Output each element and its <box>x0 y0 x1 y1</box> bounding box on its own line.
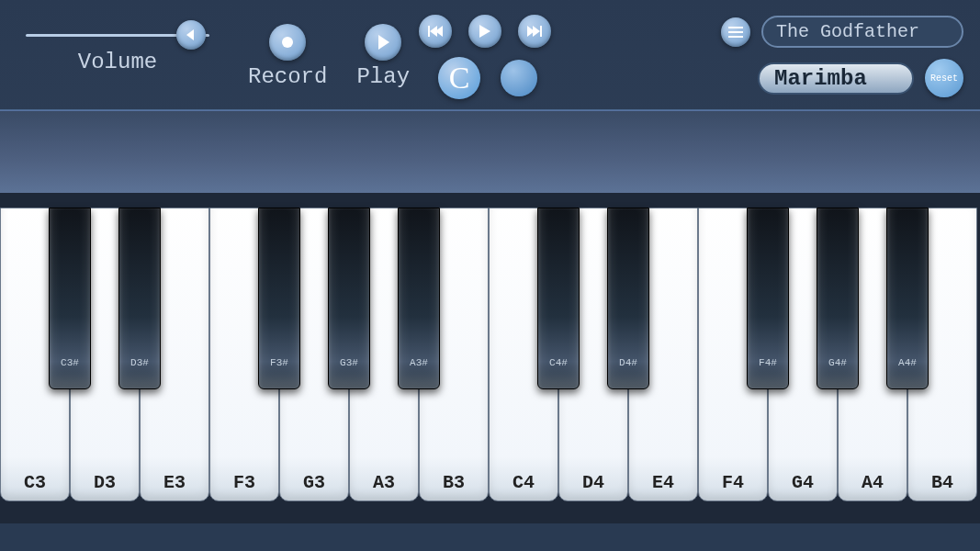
black-key-C3#[interactable]: C3# <box>49 208 91 389</box>
svg-marker-2 <box>378 35 389 50</box>
play-control: Play <box>356 24 410 89</box>
key-label: F3# <box>270 357 288 368</box>
song-list-button[interactable] <box>721 17 750 47</box>
transport-play-button[interactable] <box>468 15 501 48</box>
key-label: F3 <box>233 472 255 493</box>
black-key-C4#[interactable]: C4# <box>537 208 580 389</box>
key-label: D3 <box>94 472 116 493</box>
skip-forward-button[interactable] <box>518 15 551 48</box>
keyboard: C3D3E3F3G3A3B3C4D4E4F4G4A4B4 C3#D3#F3#G3… <box>0 193 980 523</box>
volume-knob[interactable] <box>176 20 206 50</box>
black-key-G3#[interactable]: G3# <box>328 208 370 389</box>
key-label: C4# <box>549 357 568 368</box>
volume-label: Volume <box>78 50 157 74</box>
svg-point-1 <box>282 37 293 48</box>
key-label: F4# <box>759 357 777 368</box>
key-label: A3 <box>373 472 395 493</box>
key-label: G4 <box>792 472 814 493</box>
svg-rect-3 <box>428 26 430 37</box>
key-label: D4 <box>582 472 604 493</box>
volume-control: Volume <box>17 24 219 74</box>
play-label: Play <box>356 64 410 89</box>
key-label: B3 <box>443 472 465 493</box>
black-key-A4#[interactable]: A4# <box>886 208 929 389</box>
volume-slider[interactable] <box>26 24 209 46</box>
svg-marker-8 <box>533 26 540 37</box>
key-label: C3 <box>24 472 46 493</box>
key-label: E3 <box>163 472 186 493</box>
svg-marker-6 <box>479 25 490 38</box>
black-key-D4#[interactable]: D4# <box>607 208 649 389</box>
play-button[interactable] <box>365 24 401 61</box>
black-key-A3#[interactable]: A3# <box>398 208 440 389</box>
toolbar: Volume Record Play <box>0 0 980 110</box>
black-key-F3#[interactable]: F3# <box>258 208 300 389</box>
current-note-display: C <box>438 57 480 99</box>
instrument-selector[interactable]: Marimba <box>758 62 914 95</box>
key-label: G4# <box>828 357 847 368</box>
key-label: G3 <box>303 472 325 493</box>
svg-rect-9 <box>540 26 542 37</box>
key-label: B4 <box>931 472 953 493</box>
reset-button[interactable]: Reset <box>925 59 963 97</box>
song-name-field[interactable]: The Godfather <box>761 16 963 48</box>
key-label: F4 <box>722 472 744 493</box>
key-label: A4 <box>862 472 884 493</box>
black-key-G4#[interactable]: G4# <box>817 208 859 389</box>
svg-marker-0 <box>186 29 194 40</box>
key-label: G3# <box>340 357 358 368</box>
indicator-button[interactable] <box>501 60 537 96</box>
record-control: Record <box>248 24 327 89</box>
key-label: D4# <box>619 357 637 368</box>
transport-controls <box>419 15 551 48</box>
key-label: A4# <box>898 357 917 368</box>
key-label: E4 <box>652 472 674 493</box>
keyboard-frame <box>0 110 980 193</box>
record-button[interactable] <box>269 24 306 61</box>
skip-back-button[interactable] <box>419 15 452 48</box>
black-key-D3#[interactable]: D3# <box>118 208 161 389</box>
black-key-F4#[interactable]: F4# <box>747 208 789 389</box>
key-label: D3# <box>130 357 149 368</box>
record-label: Record <box>248 64 327 89</box>
key-label: C4 <box>513 472 535 493</box>
key-label: C3# <box>61 357 79 368</box>
key-label: A3# <box>410 357 428 368</box>
